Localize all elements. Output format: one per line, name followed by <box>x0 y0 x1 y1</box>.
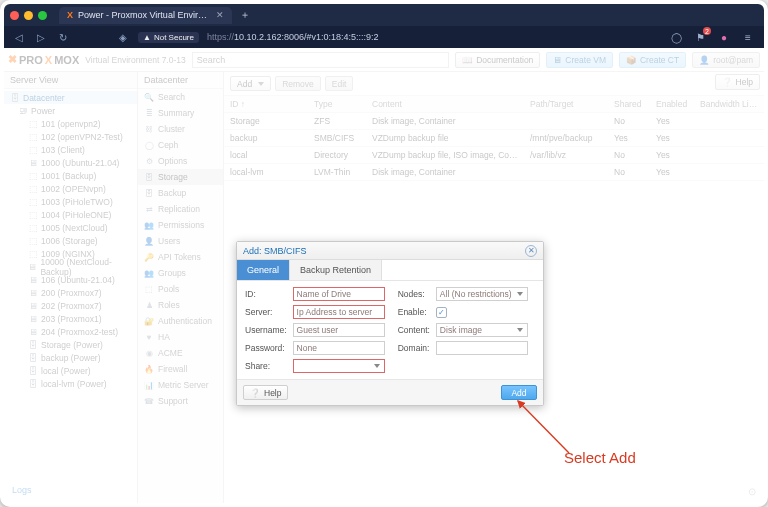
menu-item-options[interactable]: ⚙Options <box>138 153 223 169</box>
window-controls[interactable] <box>10 11 47 20</box>
minimize-icon[interactable] <box>24 11 33 20</box>
tree-node[interactable]: 🖳Power <box>4 104 137 117</box>
menu-item-ceph[interactable]: ◯Ceph <box>138 137 223 153</box>
storage-row[interactable]: StorageZFSDisk image, ContainerNoYes <box>224 113 764 130</box>
shield-icon[interactable]: ◈ <box>116 30 130 44</box>
col-bwlimit[interactable]: Bandwidth Limit <box>694 96 764 112</box>
tab-backup-retention[interactable]: Backup Retention <box>290 260 382 280</box>
logs-button[interactable]: Logs <box>12 485 32 495</box>
menu-item-acme[interactable]: ◉ACME <box>138 345 223 361</box>
storage-row[interactable]: backupSMB/CIFSVZDump backup file/mnt/pve… <box>224 130 764 147</box>
col-enabled[interactable]: Enabled <box>650 96 694 112</box>
tab-close-icon[interactable]: ✕ <box>216 10 224 20</box>
menu-item-permissions[interactable]: 👥Permissions <box>138 217 223 233</box>
col-id[interactable]: ID ↑ <box>224 96 308 112</box>
tree-node[interactable]: 🖥1000 (Ubuntu-21.04) <box>4 156 137 169</box>
tree-node[interactable]: ⬚103 (Client) <box>4 143 137 156</box>
menu-item-users[interactable]: 👤Users <box>138 233 223 249</box>
tab-general[interactable]: General <box>237 260 290 280</box>
remove-storage-button[interactable]: Remove <box>275 76 321 91</box>
notifications-icon[interactable]: ⚑2 <box>692 30 708 44</box>
menu-icon[interactable]: ≡ <box>740 30 756 44</box>
task-log-toggle-icon[interactable]: ⊙ <box>748 486 756 497</box>
enable-checkbox[interactable]: ✓ <box>436 307 447 318</box>
tree-node[interactable]: 🖥202 (Proxmox7) <box>4 299 137 312</box>
new-tab-button[interactable]: ＋ <box>238 8 252 22</box>
menu-item-cluster[interactable]: ⛓Cluster <box>138 121 223 137</box>
tree-node[interactable]: ⬚1005 (NextCloud) <box>4 221 137 234</box>
tree-node[interactable]: 🗄local-lvm (Power) <box>4 377 137 390</box>
tree-node[interactable]: ⬚101 (openvpn2) <box>4 117 137 130</box>
col-type[interactable]: Type <box>308 96 366 112</box>
maximize-icon[interactable] <box>38 11 47 20</box>
chevron-down-icon <box>517 328 523 332</box>
menu-item-icon: 🔐 <box>144 317 154 326</box>
forward-button[interactable]: ▷ <box>34 30 48 44</box>
edit-storage-button[interactable]: Edit <box>325 76 354 91</box>
documentation-button[interactable]: 📖 Documentation <box>455 52 540 68</box>
sidebar-header[interactable]: Server View <box>4 72 137 89</box>
tree-node[interactable]: ⬚1004 (PiHoleONE) <box>4 208 137 221</box>
menu-item-replication[interactable]: ⇄Replication <box>138 201 223 217</box>
menu-item-roles[interactable]: ♟Roles <box>138 297 223 313</box>
menu-item-icon: ☎ <box>144 397 154 406</box>
tree-node[interactable]: ⬚102 (openVPN2-Test) <box>4 130 137 143</box>
address-bar[interactable]: https://10.10.2.162:8006/#v1:0:18:4:5:::… <box>207 32 379 42</box>
create-vm-button[interactable]: 🖥 Create VM <box>546 52 613 68</box>
brave-shields-icon[interactable]: ◯ <box>668 30 684 44</box>
menu-item-search[interactable]: 🔍Search <box>138 89 223 105</box>
storage-row[interactable]: localDirectoryVZDump backup file, ISO im… <box>224 147 764 164</box>
search-input[interactable] <box>192 52 449 68</box>
tree-node[interactable]: 🗄local (Power) <box>4 364 137 377</box>
tree-node[interactable]: 🖥204 (Proxmox2-test) <box>4 325 137 338</box>
username-field[interactable]: Guest user <box>293 323 385 337</box>
security-status[interactable]: ▲ Not Secure <box>138 32 199 43</box>
dialog-help-button[interactable]: ❔ Help <box>243 385 288 400</box>
content-select[interactable]: Disk image <box>436 323 528 337</box>
label-id: ID: <box>245 289 287 299</box>
global-search[interactable] <box>192 52 449 68</box>
domain-field[interactable] <box>436 341 528 355</box>
menu-item-pools[interactable]: ⬚Pools <box>138 281 223 297</box>
tree-node[interactable]: ⬚1006 (Storage) <box>4 234 137 247</box>
menu-item-backup[interactable]: 🗄Backup <box>138 185 223 201</box>
browser-tab[interactable]: X Power - Proxmox Virtual Envir… ✕ <box>59 7 232 24</box>
tree-node[interactable]: 🗄Storage (Power) <box>4 338 137 351</box>
col-content[interactable]: Content <box>366 96 524 112</box>
menu-item-summary[interactable]: ≣Summary <box>138 105 223 121</box>
tree-node[interactable]: ⬚1002 (OPENvpn) <box>4 182 137 195</box>
dialog-close-button[interactable]: ✕ <box>525 245 537 257</box>
tree-node[interactable]: 🖥10000 (NextCloud-Backup) <box>4 260 137 273</box>
tree-datacenter[interactable]: 🗄Datacenter <box>4 91 137 104</box>
profile-icon[interactable]: ● <box>716 30 732 44</box>
col-shared[interactable]: Shared <box>608 96 650 112</box>
menu-item-groups[interactable]: 👥Groups <box>138 265 223 281</box>
share-select[interactable] <box>293 359 385 373</box>
menu-item-metric-server[interactable]: 📊Metric Server <box>138 377 223 393</box>
create-ct-button[interactable]: 📦 Create CT <box>619 52 686 68</box>
menu-item-api-tokens[interactable]: 🔑API Tokens <box>138 249 223 265</box>
menu-item-firewall[interactable]: 🔥Firewall <box>138 361 223 377</box>
menu-item-support[interactable]: ☎Support <box>138 393 223 409</box>
add-storage-button[interactable]: Add <box>230 76 271 91</box>
user-menu-button[interactable]: 👤 root@pam <box>692 52 760 68</box>
close-icon[interactable] <box>10 11 19 20</box>
menu-item-icon: ⬚ <box>144 285 154 294</box>
id-field[interactable]: Name of Drive <box>293 287 385 301</box>
back-button[interactable]: ◁ <box>12 30 26 44</box>
menu-item-storage[interactable]: 🗄Storage <box>138 169 223 185</box>
reload-button[interactable]: ↻ <box>56 30 70 44</box>
tree-node[interactable]: 🖥203 (Proxmox1) <box>4 312 137 325</box>
tree-node[interactable]: ⬚1003 (PiHoleTWO) <box>4 195 137 208</box>
tree-node[interactable]: ⬚1001 (Backup) <box>4 169 137 182</box>
storage-row[interactable]: local-lvmLVM-ThinDisk image, ContainerNo… <box>224 164 764 181</box>
tree-node[interactable]: 🗄backup (Power) <box>4 351 137 364</box>
menu-item-authentication[interactable]: 🔐Authentication <box>138 313 223 329</box>
menu-item-ha[interactable]: ♥HA <box>138 329 223 345</box>
server-field[interactable]: Ip Address to server <box>293 305 385 319</box>
nodes-select[interactable]: All (No restrictions) <box>436 287 528 301</box>
password-field[interactable]: None <box>293 341 385 355</box>
tree-node[interactable]: 🖥200 (Proxmox7) <box>4 286 137 299</box>
browser-chrome: X Power - Proxmox Virtual Envir… ✕ ＋ ◁ ▷… <box>4 4 764 48</box>
col-path[interactable]: Path/Target <box>524 96 608 112</box>
